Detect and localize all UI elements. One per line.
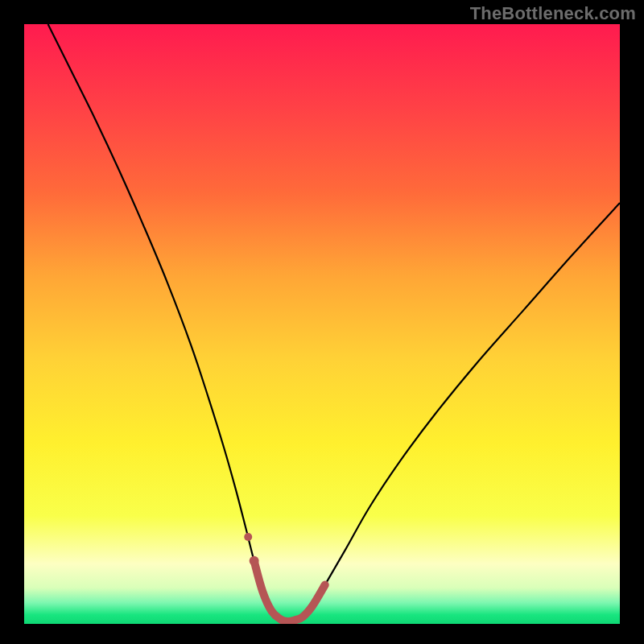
gradient-background	[24, 24, 620, 624]
chart-stage: TheBottleneck.com	[0, 0, 644, 644]
watermark-text: TheBottleneck.com	[470, 3, 636, 24]
bottleneck-chart	[24, 24, 620, 624]
marker-0	[244, 533, 252, 541]
marker-1	[250, 556, 259, 566]
